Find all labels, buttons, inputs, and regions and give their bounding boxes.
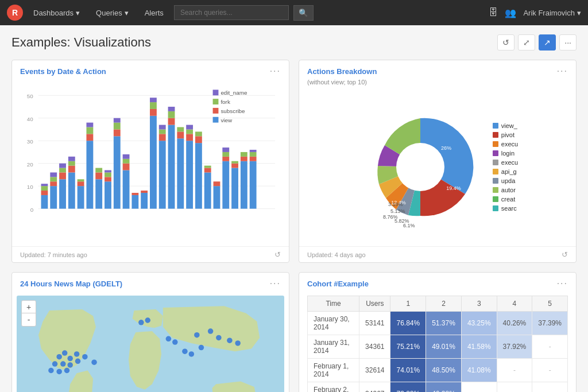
svg-rect-92 (250, 157, 257, 161)
svg-point-139 (208, 328, 214, 334)
widget-map-title: 24 Hours News Map (GDELT) (20, 280, 122, 288)
nav-right: 🗄 👥 Arik Fraimovich ▾ (489, 7, 581, 18)
events-updated: Updated: 7 minutes ago (20, 251, 87, 258)
svg-point-125 (52, 361, 58, 367)
svg-point-141 (227, 337, 233, 343)
svg-point-137 (172, 339, 178, 345)
svg-rect-62 (168, 125, 175, 209)
cohort-date-cell: February 2, 2014 (308, 382, 359, 393)
dashboard-grid: Events by Date & Action ··· 0 10 20 30 4… (11, 60, 577, 392)
zoom-in-button[interactable]: + (22, 301, 36, 313)
svg-rect-64 (168, 111, 175, 118)
svg-point-134 (138, 320, 144, 325)
nav-dashboards[interactable]: Dashboards ▾ (28, 5, 86, 21)
widget-actions-menu[interactable]: ··· (557, 66, 568, 76)
widget-events-title: Events by Date & Action (20, 67, 106, 76)
svg-rect-67 (177, 131, 184, 138)
svg-point-126 (60, 361, 66, 367)
nav-queries[interactable]: Queries ▾ (90, 5, 134, 21)
col-1: 1 (390, 296, 426, 312)
widget-actions-footer: Updated: 4 days ago ↺ (299, 246, 576, 262)
legend-dot-searc (493, 205, 498, 211)
widget-cohort-menu[interactable]: ··· (557, 278, 568, 289)
cohort-value-cell: 37.92% (497, 335, 532, 359)
users-icon[interactable]: 👥 (505, 7, 516, 18)
svg-text:0: 0 (30, 207, 34, 213)
zoom-out-button[interactable]: - (22, 313, 36, 326)
svg-rect-17 (50, 181, 57, 186)
database-icon[interactable]: 🗄 (489, 7, 498, 18)
cohort-header-row: Time Users 1 2 3 4 5 (308, 296, 568, 312)
page-title: Examples: Visualizations (11, 35, 151, 50)
svg-text:Jun 12: Jun 12 (110, 214, 125, 215)
search-button[interactable]: 🔍 (293, 5, 314, 21)
map-svg (17, 296, 284, 392)
svg-rect-58 (159, 141, 166, 208)
svg-rect-84 (222, 148, 229, 152)
svg-rect-68 (177, 127, 184, 132)
svg-point-145 (199, 345, 204, 351)
svg-rect-80 (214, 181, 220, 186)
svg-point-131 (64, 368, 70, 374)
more-button[interactable]: ··· (559, 34, 577, 51)
widget-map-menu[interactable]: ··· (270, 278, 281, 289)
cohort-value-cell: - (532, 335, 568, 359)
actions-updated: Updated: 4 days ago (307, 251, 366, 258)
cohort-tbody: January 30, 20145314176.84%51.37%43.25%4… (308, 312, 568, 393)
fullscreen-button[interactable]: ⤢ (518, 34, 535, 51)
svg-rect-71 (186, 129, 193, 134)
svg-rect-48 (123, 159, 130, 164)
share-button[interactable]: ↗ (539, 34, 556, 51)
svg-rect-44 (114, 123, 121, 130)
svg-rect-49 (123, 154, 130, 159)
svg-rect-85 (231, 168, 238, 209)
table-row: February 1, 20143261474.01%48.50%41.08%-… (308, 359, 568, 382)
svg-text:40: 40 (27, 116, 33, 122)
widget-map-header: 24 Hours News Map (GDELT) ··· (12, 273, 289, 291)
svg-point-123 (67, 356, 73, 362)
table-row: February 2, 20143496773.80%46.28%--- (308, 382, 568, 393)
cohort-value-cell: - (532, 382, 568, 393)
svg-point-132 (48, 368, 54, 374)
svg-point-140 (216, 335, 222, 341)
cohort-users-cell: 34361 (359, 335, 390, 359)
svg-rect-40 (105, 172, 111, 177)
actions-refresh-icon[interactable]: ↺ (562, 250, 568, 259)
legend-dot-upda (493, 178, 498, 184)
svg-rect-36 (95, 172, 102, 179)
widget-events-footer: Updated: 7 minutes ago ↺ (12, 246, 289, 262)
cohort-date-cell: February 1, 2014 (308, 359, 359, 382)
bar-chart: 0 10 20 30 40 50 (20, 83, 281, 215)
cohort-value-cell: 51.37% (426, 312, 462, 335)
legend-dot-execu2 (493, 160, 498, 165)
svg-text:subscribe: subscribe (220, 108, 245, 114)
table-row: January 30, 20145314176.84%51.37%43.25%4… (308, 312, 568, 335)
page-actions: ↺ ⤢ ↗ ··· (497, 34, 577, 51)
map-controls: + - (21, 300, 36, 327)
svg-point-133 (91, 359, 97, 365)
svg-rect-56 (150, 102, 157, 109)
widget-actions-header: Actions Breakdown ··· (299, 60, 576, 79)
svg-text:May 29: May 29 (41, 214, 58, 215)
nav-alerts[interactable]: Alerts (139, 5, 169, 21)
cohort-users-cell: 32614 (359, 359, 390, 382)
col-3: 3 (461, 296, 497, 312)
svg-rect-55 (150, 109, 157, 116)
search-input[interactable] (174, 5, 289, 20)
legend-item-view: view_ (493, 122, 518, 129)
legend-item-autor: autor (493, 187, 518, 193)
cohort-value-cell: 74.01% (390, 359, 426, 382)
svg-rect-101 (213, 90, 219, 95)
svg-rect-39 (105, 177, 111, 181)
user-menu[interactable]: Arik Fraimovich ▾ (523, 9, 581, 17)
svg-rect-52 (141, 193, 148, 209)
legend-dot-creat (493, 196, 498, 202)
page: Examples: Visualizations ↺ ⤢ ↗ ··· Event… (0, 25, 588, 392)
svg-text:30: 30 (27, 138, 33, 145)
refresh-button[interactable]: ↺ (497, 34, 514, 51)
widget-events-menu[interactable]: ··· (270, 66, 281, 76)
events-refresh-icon[interactable]: ↺ (274, 250, 281, 259)
cohort-value-cell: - (532, 359, 568, 382)
svg-rect-51 (131, 193, 138, 195)
col-5: 5 (532, 296, 568, 312)
